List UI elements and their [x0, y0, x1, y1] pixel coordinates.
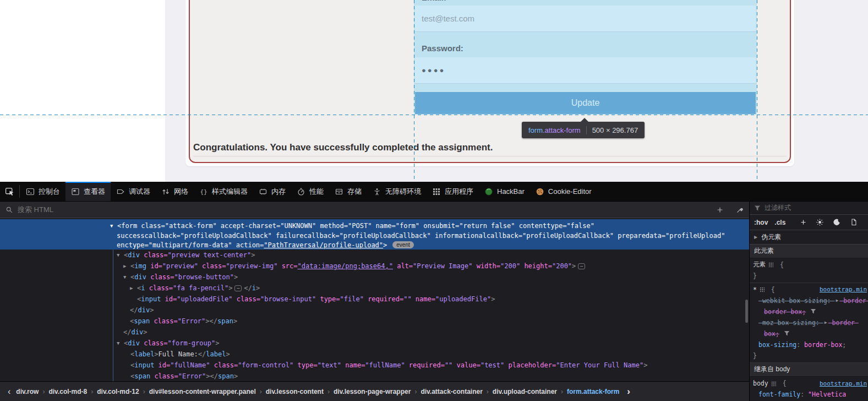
search-input[interactable]: 搜索 HTML — [18, 205, 712, 215]
rule-line[interactable]: box; — [750, 328, 868, 339]
this-element-header: 此元素 — [750, 245, 868, 258]
markup-scrollbar[interactable] — [745, 300, 748, 323]
ellipsis-badge[interactable]: ⋯ — [234, 285, 242, 291]
breadcrumb-item[interactable]: div.lesson-page-wrapper — [334, 388, 411, 395]
devtools-tab-storage[interactable]: 存储 — [329, 182, 367, 201]
tab-label: 控制台 — [39, 187, 60, 197]
breadcrumb-separator: › — [327, 388, 330, 395]
devtools-tab-memory[interactable]: 内存 — [253, 182, 291, 201]
devtools-panel: 控制台查看器调试器网络{}样式编辑器内存性能存储无障碍环境应用程序HackBar… — [0, 182, 868, 401]
rule-line[interactable]: border-box; — [750, 306, 868, 317]
breadcrumb-separator: › — [42, 388, 45, 395]
breadcrumb-separator: › — [91, 388, 93, 395]
filter-styles-bar[interactable]: 过滤样式 — [750, 202, 868, 215]
print-simulation-icon[interactable] — [850, 218, 858, 226]
password-input[interactable]: ●●●● — [415, 57, 756, 84]
pick-element-button[interactable] — [0, 182, 19, 201]
devtools-tab-hackbar[interactable]: HackBar — [479, 182, 530, 201]
breadcrumb-item[interactable]: div.upload-container — [493, 388, 557, 395]
devtools-tab-network[interactable]: 网络 — [156, 182, 194, 201]
breadcrumb-item[interactable]: form.attack-form — [567, 388, 619, 395]
filter-property-icon[interactable] — [784, 330, 790, 337]
breadcrumb-item[interactable]: div#lesson-content-wrapper.panel — [149, 388, 256, 395]
breadcrumb-item[interactable]: div.row — [16, 388, 39, 395]
devtools-tab-accessibility[interactable]: 无障碍环境 — [367, 182, 427, 201]
rule-line[interactable]: -moz-box-sizing: ▶ border- — [750, 317, 868, 328]
filter-funnel-icon — [754, 205, 761, 212]
devtools-tab-debugger[interactable]: 调试器 — [111, 182, 156, 201]
tab-label: 调试器 — [129, 187, 150, 197]
selected-children-guide — [113, 250, 113, 381]
rule-line[interactable]: box-sizing: border-box; — [750, 339, 868, 350]
breadcrumb-scroll-left-icon[interactable]: ‹ — [2, 387, 16, 397]
devtools-tab-cookie-editor[interactable]: Cookie-Editor — [530, 182, 597, 201]
markup-search-bar[interactable]: 搜索 HTML — [0, 202, 749, 218]
tab-label: 无障碍环境 — [385, 187, 421, 197]
breadcrumb-item[interactable]: div.lesson-content — [266, 388, 324, 395]
rule-line[interactable]: } — [750, 270, 868, 281]
breadcrumb-separator: › — [487, 388, 489, 395]
devtools-tab-performance[interactable]: 性能 — [291, 182, 329, 201]
devtools-tab-console[interactable]: 控制台 — [20, 182, 65, 201]
rule-line[interactable]: -webkit-box-sizing: ▶ border- — [750, 295, 868, 306]
rule-line[interactable]: body {bootstrap.min — [750, 378, 868, 389]
breadcrumb: ‹ div.row›div.col-md-8›div.col-md-12›div… — [0, 381, 749, 401]
stylesheet-link[interactable]: bootstrap.min — [820, 380, 868, 387]
devtools-tab-inspector[interactable]: 查看器 — [65, 182, 111, 201]
update-button[interactable]: Update — [415, 92, 756, 114]
performance-icon — [297, 187, 305, 196]
page-left-background — [0, 0, 165, 182]
selector-highlight-icon[interactable] — [760, 287, 765, 292]
breadcrumb-item[interactable]: div.col-md-12 — [97, 388, 139, 395]
application-icon — [432, 187, 441, 196]
markup-line[interactable]: ▼ <form class="attack-form" accept-chars… — [0, 219, 749, 231]
breadcrumb-item[interactable]: div.attack-container — [421, 388, 482, 395]
rule-line[interactable]: * {bootstrap.min — [750, 284, 868, 295]
inherited-from-body-header: 继承自 body — [750, 363, 868, 377]
dark-scheme-icon[interactable] — [833, 218, 841, 226]
email-input[interactable]: test@test.com — [415, 6, 756, 32]
rules-panel: 过滤样式 :hov .cls ▶ 伪元素 此元素 元素 {} * {boo — [750, 202, 868, 401]
eyedropper-icon[interactable] — [736, 206, 744, 214]
storage-icon — [335, 187, 343, 196]
selector-highlight-icon[interactable] — [771, 381, 776, 386]
pseudo-elements-section[interactable]: ▶ 伪元素 — [750, 230, 868, 245]
devtools-tab-styleeditor[interactable]: {}样式编辑器 — [194, 182, 253, 201]
pseudo-class-toggle[interactable]: :hov — [754, 219, 768, 226]
devtools-tabs: 控制台查看器调试器网络{}样式编辑器内存性能存储无障碍环境应用程序HackBar… — [20, 182, 597, 201]
light-scheme-icon[interactable] — [816, 218, 824, 226]
markup-line[interactable]: successcallback="profileUploadCallback" … — [0, 231, 749, 240]
breadcrumb-item[interactable]: div.col-md-8 — [48, 388, 87, 395]
filter-property-icon[interactable] — [810, 308, 816, 315]
markup-line[interactable]: enctype="multipart/form-data" action="Pa… — [0, 240, 749, 250]
ellipsis-badge[interactable]: ⋯ — [578, 263, 585, 269]
tab-label: 网络 — [174, 187, 188, 197]
inspector-guide-left — [414, 0, 414, 182]
breadcrumb-separator: › — [143, 388, 145, 395]
event-badge[interactable]: event — [392, 241, 413, 248]
tab-label: 查看器 — [84, 187, 105, 197]
email-label: Email: — [422, 0, 446, 2]
rule-line[interactable]: } — [750, 350, 868, 361]
infobar-divider — [586, 126, 587, 134]
stylesheet-link[interactable]: bootstrap.min — [820, 286, 868, 293]
inline-style-rule: 元素 {} — [750, 258, 868, 283]
add-rule-icon[interactable] — [800, 219, 807, 226]
markup-view[interactable]: ▼ <form class="attack-form" accept-chars… — [0, 218, 749, 381]
rule-line[interactable]: 元素 { — [750, 259, 868, 270]
inspector-guide-right — [757, 0, 757, 182]
filter-styles-input[interactable]: 过滤样式 — [765, 203, 791, 213]
styleeditor-icon: {} — [199, 187, 208, 196]
rule-line[interactable]: font-family: "Helvetica — [750, 389, 868, 400]
breadcrumb-separator: › — [414, 388, 417, 395]
tab-label: 存储 — [347, 187, 362, 197]
breadcrumb-scroll-right-icon[interactable]: › — [627, 386, 630, 397]
breadcrumb-separator: › — [561, 388, 563, 395]
selector-highlight-icon[interactable] — [768, 262, 773, 267]
add-node-icon[interactable] — [716, 206, 724, 214]
search-icon — [6, 206, 13, 214]
highlighted-attack-form: Email: test@test.com Password: ●●●● Upda… — [414, 0, 757, 115]
tabbar-separator — [19, 185, 20, 198]
devtools-tab-application[interactable]: 应用程序 — [427, 182, 479, 201]
class-toggle[interactable]: .cls — [774, 219, 785, 226]
